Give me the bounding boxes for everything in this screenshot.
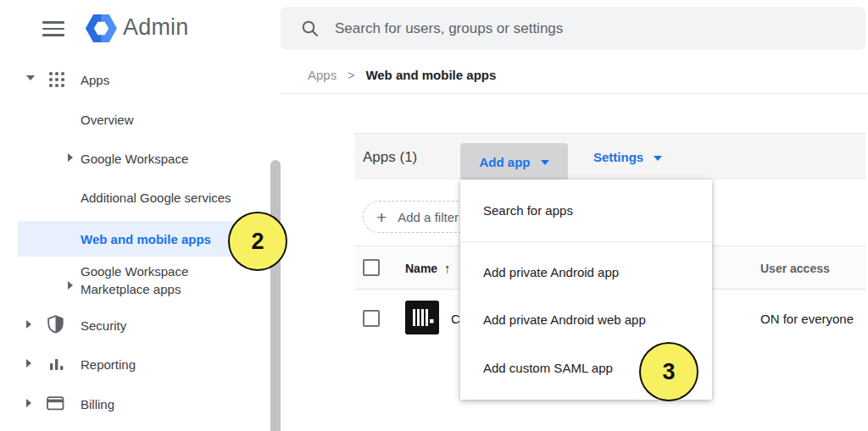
annotation-step-2: 2 bbox=[228, 212, 287, 271]
security-shield-icon bbox=[47, 315, 64, 334]
breadcrumb-separator: > bbox=[348, 69, 354, 82]
sidebar-item-web-and-mobile-apps[interactable]: Web and mobile apps bbox=[18, 221, 236, 257]
menu-item-add-custom-saml-app[interactable]: Add custom SAML app bbox=[483, 360, 613, 377]
app-name-cell: C bbox=[451, 290, 460, 347]
sidebar-item-google-workspace[interactable]: Google Workspace bbox=[81, 151, 188, 168]
caret-down-icon bbox=[654, 156, 662, 161]
sort-ascending-icon[interactable]: ↑ bbox=[444, 246, 451, 290]
plus-icon: + bbox=[376, 208, 387, 226]
sidebar-item-overview[interactable]: Overview bbox=[81, 112, 134, 129]
breadcrumb: Apps > Web and mobile apps bbox=[308, 68, 496, 82]
caret-down-icon bbox=[541, 160, 549, 165]
sidebar-item-marketplace-apps[interactable]: Google Workspace Marketplace apps bbox=[81, 262, 233, 298]
settings-label: Settings bbox=[593, 150, 643, 164]
menu-item-search-for-apps[interactable]: Search for apps bbox=[483, 202, 573, 219]
add-filter-label: Add a filter bbox=[398, 210, 459, 224]
caret-right-icon[interactable] bbox=[68, 153, 73, 162]
sidebar-item-billing[interactable]: Billing bbox=[81, 396, 114, 413]
sidebar-item-label: Web and mobile apps bbox=[81, 232, 211, 246]
settings-button[interactable]: Settings bbox=[593, 134, 662, 180]
google-admin-logo-icon[interactable] bbox=[84, 11, 119, 46]
admin-console-screen: Admin Apps > Web and mobile apps Apps Ov… bbox=[0, 0, 868, 431]
annotation-step-3: 3 bbox=[639, 342, 698, 401]
user-access-cell: ON for everyone bbox=[760, 290, 854, 347]
breadcrumb-apps-link[interactable]: Apps bbox=[308, 68, 337, 82]
add-app-button[interactable]: Add app bbox=[460, 143, 568, 180]
add-app-label: Add app bbox=[480, 155, 531, 169]
search-input[interactable] bbox=[335, 20, 810, 37]
hamburger-menu-icon[interactable] bbox=[42, 21, 64, 36]
caret-right-icon[interactable] bbox=[26, 359, 31, 367]
user-access-column-header: User access bbox=[760, 246, 830, 290]
sidebar-item-security[interactable]: Security bbox=[81, 318, 126, 334]
brand-title: Admin bbox=[123, 14, 189, 41]
breadcrumb-current: Web and mobile apps bbox=[365, 68, 496, 82]
apps-count-title: Apps (1) bbox=[363, 134, 417, 180]
sidebar-scrollbar[interactable] bbox=[270, 160, 281, 431]
apps-toolbar: Apps (1) Add app Settings bbox=[354, 133, 865, 180]
caret-down-icon[interactable] bbox=[26, 75, 35, 80]
app-logo-icon bbox=[405, 301, 439, 334]
search-icon bbox=[301, 19, 320, 38]
sidebar-item-apps[interactable]: Apps bbox=[81, 72, 109, 89]
sidebar-item-additional-google-services[interactable]: Additional Google services bbox=[81, 190, 231, 207]
row-checkbox[interactable] bbox=[363, 310, 380, 327]
menu-item-add-private-android-web-app[interactable]: Add private Android web app bbox=[483, 312, 646, 329]
breadcrumb-divider bbox=[280, 93, 868, 94]
sidebar-item-reporting[interactable]: Reporting bbox=[81, 356, 136, 373]
apps-grid-icon bbox=[47, 70, 66, 89]
global-search-bar[interactable] bbox=[281, 7, 865, 50]
caret-right-icon[interactable] bbox=[68, 281, 73, 290]
menu-item-add-private-android-app[interactable]: Add private Android app bbox=[483, 264, 619, 281]
reporting-bar-chart-icon bbox=[48, 356, 64, 372]
billing-card-icon bbox=[47, 396, 64, 411]
menu-divider bbox=[460, 241, 712, 242]
caret-right-icon[interactable] bbox=[26, 320, 31, 329]
select-all-checkbox[interactable] bbox=[363, 259, 380, 276]
caret-right-icon[interactable] bbox=[26, 399, 31, 407]
name-column-header[interactable]: Name bbox=[405, 246, 437, 290]
